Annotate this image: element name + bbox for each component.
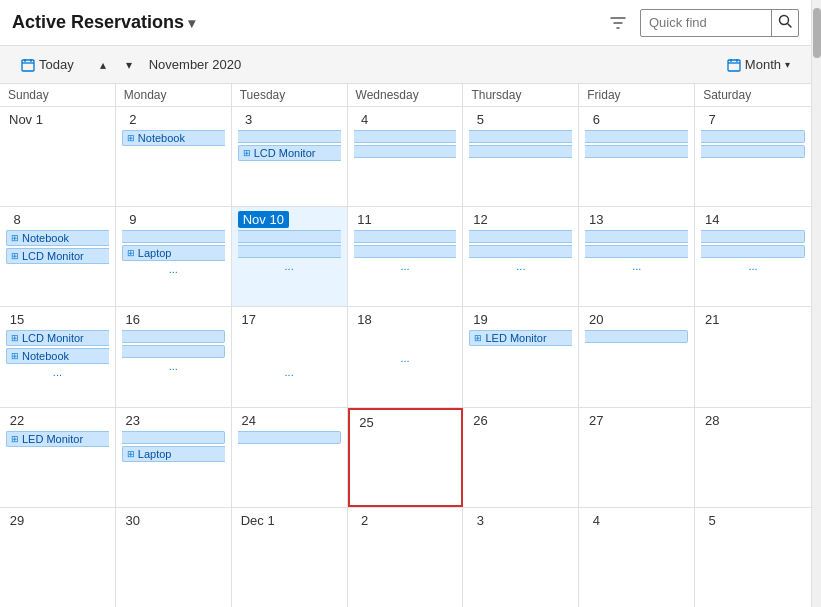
cell-nov21[interactable]: 21: [695, 307, 811, 406]
event-notebook-w2[interactable]: ⊞ Notebook: [6, 230, 109, 246]
today-button[interactable]: Today: [12, 53, 83, 76]
cell-dec5[interactable]: 5: [695, 508, 811, 607]
month-label: November 2020: [149, 57, 242, 72]
header-actions: [604, 9, 799, 37]
cell-dec1[interactable]: Dec 1: [232, 508, 348, 607]
cell-nov15[interactable]: 15 ⊞ LCD Monitor ⊞ Notebook ...: [0, 307, 116, 406]
cell-nov30[interactable]: 30: [116, 508, 232, 607]
date-label: 16: [122, 311, 144, 328]
cell-nov10[interactable]: Nov 10 ...: [232, 207, 348, 306]
event-notebook-w3[interactable]: ⊞ Notebook: [6, 348, 109, 364]
cell-nov8[interactable]: 8 ⊞ Notebook ⊞ LCD Monitor: [0, 207, 116, 306]
cell-nov7[interactable]: 7: [695, 107, 811, 206]
event-lcdmonitor-w2[interactable]: ⊞ LCD Monitor: [6, 248, 109, 264]
title-chevron-icon[interactable]: ▾: [188, 15, 195, 31]
event-lcd-w1-mid: [354, 145, 457, 158]
cell-nov18[interactable]: 18 ...: [348, 307, 464, 406]
cell-nov16[interactable]: 16 ...: [116, 307, 232, 406]
more-dots-nov17[interactable]: ...: [238, 366, 341, 378]
cell-nov14[interactable]: 14 ...: [695, 207, 811, 306]
device-icon: ⊞: [127, 449, 135, 459]
cell-nov20[interactable]: 20: [579, 307, 695, 406]
event-label: Laptop: [138, 247, 172, 259]
date-label: 6: [585, 111, 607, 128]
view-selector[interactable]: Month ▾: [718, 53, 799, 76]
cell-nov2[interactable]: 2 ⊞ Notebook: [116, 107, 232, 206]
event-ledmonitor-w4[interactable]: ⊞ LED Monitor: [6, 431, 109, 447]
more-dots-nov18[interactable]: ...: [354, 352, 457, 364]
ev-laptop-end-24: [238, 431, 341, 444]
cell-dec3[interactable]: 3: [463, 508, 579, 607]
event-laptop-w4[interactable]: ⊞ Laptop: [122, 446, 225, 462]
cell-nov11[interactable]: 11 ...: [348, 207, 464, 306]
cell-nov25[interactable]: 25: [348, 408, 464, 507]
scrollbar-thumb: [813, 8, 821, 58]
device-icon: ⊞: [127, 248, 135, 258]
date-label: 22: [6, 412, 28, 429]
device-icon: ⊞: [11, 333, 19, 343]
event-notebook-w2-mid3: [354, 230, 457, 243]
event-label: LED Monitor: [485, 332, 546, 344]
cell-nov5[interactable]: 5: [463, 107, 579, 206]
date-label: 23: [122, 412, 144, 429]
cell-nov9[interactable]: 9 ⊞ Laptop ...: [116, 207, 232, 306]
nav-down-button[interactable]: ▾: [117, 53, 141, 77]
view-label: Month: [745, 57, 781, 72]
cell-nov29[interactable]: 29: [0, 508, 116, 607]
more-dots-nov12[interactable]: ...: [469, 260, 572, 272]
event-laptop-w2[interactable]: ⊞ Laptop: [122, 245, 225, 261]
date-label: 14: [701, 211, 723, 228]
cell-nov1[interactable]: Nov 1: [0, 107, 116, 206]
date-label: 8: [6, 211, 28, 228]
ev-mid-13a: [585, 230, 688, 243]
more-dots-nov14[interactable]: ...: [701, 260, 805, 272]
calendar-row-week2: 8 ⊞ Notebook ⊞ LCD Monitor 9: [0, 207, 811, 307]
event-lcdmonitor-w1[interactable]: ⊞ LCD Monitor: [238, 145, 341, 161]
search-button[interactable]: [771, 9, 798, 37]
event-label: Notebook: [138, 132, 185, 144]
cell-nov17[interactable]: 17 ...: [232, 307, 348, 406]
more-dots-nov13[interactable]: ...: [585, 260, 688, 272]
cell-nov3[interactable]: 3 ⊞ LCD Monitor: [232, 107, 348, 206]
search-input[interactable]: [641, 15, 771, 30]
event-lcdmonitor-w3[interactable]: ⊞ LCD Monitor: [6, 330, 109, 346]
cell-nov6[interactable]: 6: [579, 107, 695, 206]
filter-icon[interactable]: [604, 9, 632, 37]
cell-nov24[interactable]: 24: [232, 408, 348, 507]
nav-up-button[interactable]: ▴: [91, 53, 115, 77]
event-ledmonitor-w3[interactable]: ⊞ LED Monitor: [469, 330, 572, 346]
more-dots-nov10[interactable]: ...: [238, 260, 341, 272]
cell-nov28[interactable]: 28: [695, 408, 811, 507]
cell-nov19[interactable]: 19 ⊞ LED Monitor: [463, 307, 579, 406]
event-notebook-w1-mid[interactable]: [238, 130, 341, 143]
more-dots-nov11[interactable]: ...: [354, 260, 457, 272]
event-label: Notebook: [22, 350, 69, 362]
more-dots-nov16[interactable]: ...: [122, 360, 225, 372]
date-label: 21: [701, 311, 723, 328]
date-label: 5: [701, 512, 723, 529]
cell-nov13[interactable]: 13 ...: [579, 207, 695, 306]
ev-end-16a: [122, 330, 225, 343]
cell-nov26[interactable]: 26: [463, 408, 579, 507]
cell-nov12[interactable]: 12 ...: [463, 207, 579, 306]
date-label: 13: [585, 211, 607, 228]
event-notebook-w1[interactable]: ⊞ Notebook: [122, 130, 225, 146]
cell-dec2[interactable]: 2: [348, 508, 464, 607]
cell-dec4[interactable]: 4: [579, 508, 695, 607]
ev-end-16b: [122, 345, 225, 358]
scrollbar[interactable]: [811, 0, 821, 607]
more-dots-nov9[interactable]: ...: [122, 263, 225, 275]
date-label: 20: [585, 311, 607, 328]
cell-nov27[interactable]: 27: [579, 408, 695, 507]
cell-nov23[interactable]: 23 ⊞ Laptop: [116, 408, 232, 507]
date-label: 28: [701, 412, 723, 429]
cell-nov22[interactable]: 22 ⊞ LED Monitor: [0, 408, 116, 507]
ev-led-end-20: [585, 330, 688, 343]
date-label: 18: [354, 311, 376, 328]
event-laptop-w2-mid2: [354, 245, 457, 258]
more-dots-nov15[interactable]: ...: [6, 366, 109, 378]
day-header-tuesday: Tuesday: [232, 84, 348, 106]
date-label: 26: [469, 412, 491, 429]
day-header-monday: Monday: [116, 84, 232, 106]
cell-nov4[interactable]: 4: [348, 107, 464, 206]
